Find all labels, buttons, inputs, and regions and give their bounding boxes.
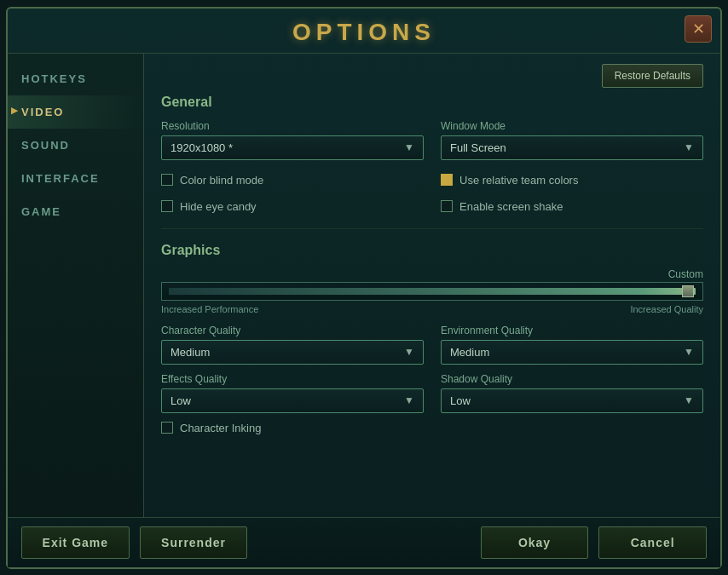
- resolution-dropdown-arrow: ▼: [404, 141, 414, 153]
- quality-dropdowns-row1: Character Quality Medium ▼ Environment Q…: [161, 325, 703, 365]
- sidebar-item-video[interactable]: VIDEO: [8, 95, 143, 129]
- modal-title: OPTIONS: [292, 19, 436, 45]
- window-mode-field: Window Mode Full Screen ▼: [441, 120, 703, 160]
- graphics-slider-thumb[interactable]: [682, 285, 694, 297]
- slider-labels: Increased Performance Increased Quality: [161, 304, 703, 314]
- sidebar-item-sound[interactable]: SOUND: [8, 129, 143, 162]
- hide-eye-candy-row: Hide eye candy: [161, 200, 424, 213]
- effects-quality-value: Low: [170, 394, 191, 407]
- shadow-quality-arrow: ▼: [684, 394, 694, 406]
- character-quality-dropdown[interactable]: Medium ▼: [161, 340, 424, 365]
- hide-eye-candy-label: Hide eye candy: [180, 200, 257, 213]
- cancel-button[interactable]: Cancel: [598, 526, 707, 559]
- modal-header: OPTIONS ✕: [8, 9, 720, 54]
- slider-right-label: Increased Quality: [630, 304, 703, 314]
- window-mode-dropdown-arrow: ▼: [684, 141, 694, 153]
- color-blind-checkbox[interactable]: [161, 174, 173, 186]
- resolution-field: Resolution 1920x1080 * ▼: [161, 120, 424, 160]
- shadow-quality-value: Low: [450, 394, 471, 407]
- modal-footer: Exit Game Surrender Okay Cancel: [8, 517, 720, 567]
- options-modal: OPTIONS ✕ HOTKEYS VIDEO SOUND INTERFACE …: [6, 7, 722, 569]
- environment-quality-dropdown[interactable]: Medium ▼: [441, 340, 703, 365]
- resolution-label: Resolution: [161, 120, 424, 132]
- environment-quality-arrow: ▼: [684, 346, 694, 358]
- character-quality-field: Character Quality Medium ▼: [161, 325, 424, 365]
- environment-quality-field: Environment Quality Medium ▼: [441, 325, 703, 365]
- graphics-slider-container: [161, 282, 703, 301]
- enable-screen-shake-row: Enable screen shake: [441, 200, 703, 213]
- enable-screen-shake-checkbox[interactable]: [441, 200, 453, 212]
- quality-preset-label: Custom: [161, 268, 703, 280]
- exit-game-button[interactable]: Exit Game: [21, 526, 130, 559]
- graphics-slider-track[interactable]: [169, 288, 696, 295]
- character-quality-arrow: ▼: [404, 346, 414, 358]
- sidebar: HOTKEYS VIDEO SOUND INTERFACE GAME: [8, 54, 144, 517]
- restore-defaults-button[interactable]: Restore Defaults: [602, 64, 703, 88]
- quality-dropdowns-row2: Effects Quality Low ▼ Shadow Quality Low…: [161, 373, 703, 413]
- surrender-button[interactable]: Surrender: [140, 526, 248, 559]
- resolution-dropdown[interactable]: 1920x1080 * ▼: [161, 135, 424, 160]
- shadow-quality-field: Shadow Quality Low ▼: [441, 373, 703, 413]
- character-quality-label: Character Quality: [161, 325, 424, 336]
- window-mode-dropdown[interactable]: Full Screen ▼: [441, 135, 703, 160]
- general-section-title: General: [161, 95, 703, 110]
- shadow-quality-dropdown[interactable]: Low ▼: [441, 388, 703, 413]
- use-relative-team-label: Use relative team colors: [459, 174, 578, 187]
- character-inking-checkbox[interactable]: [161, 422, 173, 434]
- character-quality-value: Medium: [170, 346, 210, 359]
- resolution-window-row: Resolution 1920x1080 * ▼ Window Mode Ful…: [161, 120, 703, 160]
- section-header-row: Restore Defaults: [161, 64, 703, 88]
- slider-left-label: Increased Performance: [161, 304, 258, 314]
- character-inking-row: Character Inking: [161, 422, 703, 434]
- character-inking-label: Character Inking: [180, 422, 261, 434]
- graphics-section-title: Graphics: [161, 243, 703, 258]
- section-divider: [161, 228, 703, 229]
- shadow-quality-label: Shadow Quality: [441, 373, 703, 385]
- effects-quality-label: Effects Quality: [161, 373, 424, 385]
- graphics-section: Graphics Custom Increased Performance In…: [161, 243, 703, 434]
- sidebar-item-hotkeys[interactable]: HOTKEYS: [8, 62, 143, 95]
- use-relative-team-row: Use relative team colors: [441, 174, 703, 187]
- resolution-value: 1920x1080 *: [170, 141, 233, 154]
- use-relative-team-checkbox[interactable]: [441, 174, 453, 186]
- sidebar-item-game[interactable]: GAME: [8, 195, 143, 228]
- environment-quality-value: Medium: [450, 346, 489, 359]
- enable-screen-shake-label: Enable screen shake: [459, 200, 563, 213]
- hide-eye-candy-checkbox[interactable]: [161, 200, 173, 212]
- environment-quality-label: Environment Quality: [441, 325, 703, 336]
- effects-quality-arrow: ▼: [404, 394, 414, 406]
- window-mode-label: Window Mode: [441, 120, 703, 132]
- close-button[interactable]: ✕: [685, 15, 712, 43]
- sidebar-item-interface[interactable]: INTERFACE: [8, 162, 143, 195]
- effects-quality-field: Effects Quality Low ▼: [161, 373, 424, 413]
- modal-body: HOTKEYS VIDEO SOUND INTERFACE GAME Resto…: [8, 54, 720, 517]
- general-checkboxes: Color blind mode Use relative team color…: [161, 169, 703, 218]
- color-blind-row: Color blind mode: [161, 174, 424, 187]
- content-area: Restore Defaults General Resolution 1920…: [144, 54, 720, 517]
- window-mode-value: Full Screen: [450, 141, 506, 154]
- footer-spacer: [257, 526, 470, 559]
- okay-button[interactable]: Okay: [481, 526, 589, 559]
- effects-quality-dropdown[interactable]: Low ▼: [161, 388, 424, 413]
- color-blind-label: Color blind mode: [180, 174, 263, 187]
